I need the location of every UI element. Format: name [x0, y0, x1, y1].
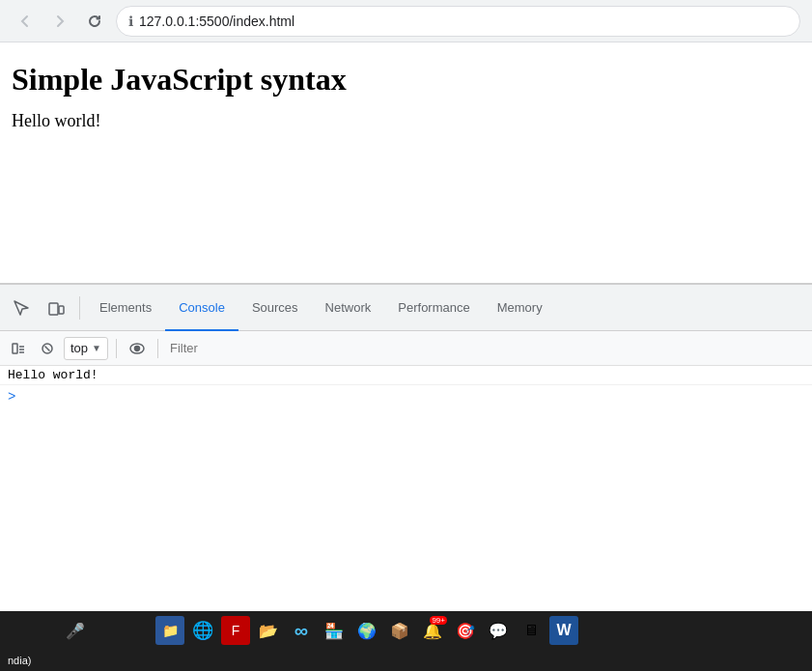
live-expressions-button[interactable]: [125, 336, 150, 361]
taskbar-skype[interactable]: 💬: [484, 616, 513, 645]
svg-rect-2: [13, 344, 17, 353]
taskbar-badge[interactable]: 🔔 99+: [418, 616, 447, 645]
word-icon: W: [556, 622, 571, 639]
app6-icon: 📦: [390, 622, 409, 640]
app10-icon: 🖥: [523, 622, 539, 639]
console-log-text: Hello world!: [8, 368, 98, 382]
inspect-element-button[interactable]: [6, 293, 37, 323]
console-log-line: Hello world!: [0, 366, 812, 385]
infinity-icon: ∞: [294, 620, 308, 642]
page-content: Simple JavaScript syntax Hello world!: [0, 42, 812, 284]
taskbar-app6[interactable]: 📦: [385, 616, 414, 645]
status-text: ndia): [8, 655, 31, 666]
tab-elements[interactable]: Elements: [86, 285, 165, 331]
edge-icon: 🌐: [192, 620, 213, 641]
file-explorer-icon: 📁: [162, 623, 179, 638]
mic-icon[interactable]: 🎤: [66, 622, 85, 640]
store-icon: 🏪: [324, 622, 344, 640]
tab-memory[interactable]: Memory: [484, 285, 556, 331]
reload-button[interactable]: [81, 8, 108, 35]
tab-network[interactable]: Network: [312, 285, 385, 331]
svg-line-7: [45, 346, 50, 350]
tab-performance[interactable]: Performance: [384, 285, 483, 331]
mic-area: 🎤: [0, 611, 150, 650]
skype-icon: 💬: [489, 622, 508, 640]
taskbar-infinity[interactable]: ∞: [287, 616, 316, 645]
info-icon: ℹ: [128, 14, 133, 29]
chrome-icon: 🌍: [357, 622, 377, 640]
sidebar-toggle-button[interactable]: [6, 336, 31, 361]
console-toolbar: top ▼: [0, 331, 812, 366]
console-toolbar-divider: [116, 339, 117, 358]
taskbar-file-explorer[interactable]: 📁: [155, 616, 184, 645]
back-button[interactable]: [12, 8, 39, 35]
svg-rect-0: [49, 303, 58, 315]
taskbar-chrome[interactable]: 🌍: [352, 616, 381, 645]
tab-console[interactable]: Console: [165, 285, 238, 331]
filezilla-icon: F: [232, 623, 240, 638]
taskbar-filezilla[interactable]: F: [221, 616, 250, 645]
taskbar-app10[interactable]: 🖥: [517, 616, 546, 645]
folder-icon: 📂: [259, 622, 278, 640]
taskbar: 📁 🌐 F 📂 ∞ 🏪 🌍 📦 🔔 99+ 🎯 💬 🖥 W: [150, 611, 812, 650]
devtools-tabs-bar: Elements Console Sources Network Perform…: [0, 285, 812, 331]
taskbar-folder[interactable]: 📂: [254, 616, 283, 645]
status-bar: ndia): [0, 650, 812, 671]
browser-toolbar: ℹ: [0, 0, 812, 42]
taskbar-word[interactable]: W: [549, 616, 578, 645]
svg-rect-1: [59, 306, 64, 314]
device-toggle-button[interactable]: [41, 293, 71, 323]
clear-console-button[interactable]: [35, 336, 60, 361]
forward-button[interactable]: [46, 8, 73, 35]
dropdown-arrow-icon: ▼: [92, 343, 101, 353]
console-toolbar-divider2: [157, 339, 158, 358]
taskbar-edge[interactable]: 🌐: [188, 616, 217, 645]
tab-divider: [79, 296, 80, 320]
console-prompt-chevron: >: [8, 389, 15, 405]
filter-input[interactable]: [166, 337, 806, 360]
taskbar-app8[interactable]: 🎯: [451, 616, 480, 645]
address-bar[interactable]: ℹ: [116, 6, 800, 37]
badge-count: 99+: [430, 616, 447, 625]
context-selector[interactable]: top ▼: [64, 337, 108, 360]
url-input[interactable]: [139, 14, 788, 29]
svg-point-9: [134, 346, 139, 350]
page-hello: Hello world!: [12, 111, 800, 131]
app8-icon: 🎯: [456, 622, 475, 640]
context-value: top: [70, 341, 88, 355]
taskbar-store[interactable]: 🏪: [320, 616, 349, 645]
page-title: Simple JavaScript syntax: [12, 62, 800, 98]
console-prompt-line[interactable]: >: [0, 385, 812, 408]
tab-sources[interactable]: Sources: [238, 285, 312, 331]
